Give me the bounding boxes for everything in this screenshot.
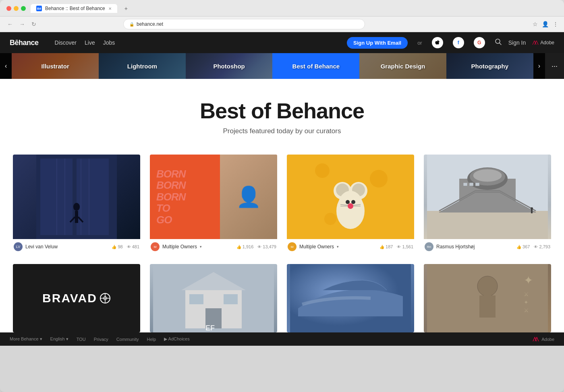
address-bar[interactable]: 🔒 behance.net	[123, 19, 365, 29]
footer-tou[interactable]: TOU	[77, 337, 86, 342]
category-more-button[interactable]: ···	[545, 53, 564, 79]
grid-row-1: LV Levi van Veluw 👍 98 👁 481	[13, 155, 551, 254]
category-photoshop[interactable]: Photoshop	[186, 53, 273, 79]
footer-english[interactable]: English ▾	[50, 336, 68, 342]
signin-link[interactable]: Sign In	[508, 39, 526, 46]
footer-adobe-label: Adobe	[541, 337, 554, 342]
svg-text:⚔: ⚔	[524, 307, 529, 314]
refresh-button[interactable]: ↻	[30, 19, 38, 29]
menu-button[interactable]: ⋮	[553, 21, 558, 27]
project-card-1[interactable]: LV Levi van Veluw 👍 98 👁 481	[13, 155, 140, 254]
like-icon-2: 👍	[236, 245, 241, 249]
author-avatar-3: M	[288, 242, 297, 251]
nav-live[interactable]: Live	[85, 39, 95, 46]
category-best-of-behance[interactable]: Best of Behance	[272, 53, 359, 79]
nav-or: or	[417, 40, 422, 46]
multiple-owners-dropdown-2[interactable]: ▾	[200, 245, 202, 249]
tab-favicon: Bē	[36, 6, 42, 11]
project-card-5[interactable]: BRAVAD	[13, 264, 140, 332]
bookmark-button[interactable]: ☆	[533, 21, 538, 27]
author-avatar-2: M	[151, 242, 160, 251]
footer-help[interactable]: Help	[147, 337, 156, 342]
browser-navbar: ← → ↻ 🔒 behance.net ☆ 👤 ⋮	[0, 17, 564, 32]
forward-button[interactable]: →	[18, 19, 27, 29]
views-stat-3: 👁 1,561	[397, 244, 413, 249]
footer-community[interactable]: Community	[116, 337, 139, 342]
svg-point-36	[473, 169, 502, 182]
close-dot[interactable]	[6, 6, 11, 11]
card-stats-4: 👍 367 👁 2,793	[516, 244, 550, 249]
window-controls	[6, 6, 26, 11]
category-lightroom[interactable]: Lightroom	[99, 53, 186, 79]
svg-rect-37	[463, 183, 467, 186]
likes-count-2: 1,916	[243, 244, 254, 249]
footer-adchoices[interactable]: ▶ AdChoices	[164, 336, 190, 342]
likes-count-1: 98	[118, 244, 122, 249]
svg-rect-56	[479, 295, 496, 318]
browser-titlebar: Bē Behance :: Best of Behance ✕ +	[0, 0, 564, 17]
nav-right: Sign In Adobe	[495, 38, 554, 47]
category-next-button[interactable]: ›	[533, 53, 545, 79]
likes-stat-3: 👍 187	[379, 244, 393, 249]
card-stats-1: 👍 98 👁 481	[112, 244, 139, 249]
signup-button[interactable]: Sign Up With Email	[347, 37, 408, 49]
card-stats-2: 👍 1,916 👁 13,479	[236, 244, 276, 249]
project-image-7	[287, 264, 414, 332]
app-container: Bēhance Discover Live Jobs Sign Up With …	[0, 32, 564, 346]
footer-privacy[interactable]: Privacy	[94, 337, 108, 342]
project-card-8[interactable]: ✦ ⚔ ✦ ⚔	[424, 264, 551, 332]
nav-jobs[interactable]: Jobs	[103, 39, 115, 46]
minimize-dot[interactable]	[14, 6, 19, 11]
svg-rect-5	[64, 159, 65, 235]
card-author-4: RH Rasmus Hjortshøj	[425, 242, 475, 251]
google-signin-button[interactable]: G	[474, 37, 485, 48]
project-image-2: BORN BORN BORN TO GO 👤	[150, 155, 277, 239]
facebook-signin-button[interactable]: f	[453, 37, 464, 48]
multiple-owners-dropdown-3[interactable]: ▾	[337, 245, 339, 249]
card-info-2: M Multiple Owners ▾ 👍 1,916 👁 13,47	[150, 239, 277, 254]
author-name-1: Levi van Veluw	[25, 244, 58, 250]
tab-close-button[interactable]: ✕	[108, 6, 112, 11]
category-illustrator[interactable]: Illustrator	[12, 53, 99, 79]
category-graphic-design[interactable]: Graphic Design	[359, 53, 446, 79]
card-stats-3: 👍 187 👁 1,561	[379, 244, 413, 249]
project-card-4[interactable]: RH Rasmus Hjortshøj 👍 367 👁 2,793	[424, 155, 551, 254]
view-icon-2: 👁	[257, 245, 261, 249]
project-card-3[interactable]: M Multiple Owners ▾ 👍 187 👁 1,561	[287, 155, 414, 254]
category-label: Graphic Design	[381, 63, 425, 70]
project-card-2[interactable]: BORN BORN BORN TO GO 👤 M Mu	[150, 155, 277, 254]
views-stat-2: 👁 13,479	[257, 244, 276, 249]
views-count-1: 481	[132, 244, 139, 249]
project-card-6[interactable]: EF	[150, 264, 277, 332]
svg-point-23	[346, 200, 350, 204]
projects-grid: LV Levi van Veluw 👍 98 👁 481	[0, 148, 564, 264]
footer-adobe: Adobe	[533, 337, 554, 342]
svg-rect-40	[531, 209, 533, 213]
view-icon-4: 👁	[534, 245, 538, 249]
svg-text:✦: ✦	[524, 299, 529, 305]
project-image-5: BRAVAD	[13, 264, 140, 332]
project-image-3	[287, 155, 414, 239]
back-button[interactable]: ←	[6, 19, 15, 29]
footer-more-behance[interactable]: More Behance ▾	[10, 336, 42, 342]
view-icon: 👁	[127, 245, 131, 249]
nav-discover[interactable]: Discover	[55, 39, 77, 46]
like-icon-3: 👍	[379, 245, 384, 249]
maximize-dot[interactable]	[21, 6, 26, 11]
apple-signin-button[interactable]	[432, 37, 443, 48]
author-name-3: Multiple Owners	[299, 244, 334, 250]
category-items: Illustrator Lightroom Photoshop Best of …	[12, 53, 533, 79]
search-button[interactable]	[495, 38, 502, 47]
profile-button[interactable]: 👤	[542, 21, 549, 27]
project-image-6: EF	[150, 264, 277, 332]
likes-stat-4: 👍 367	[516, 244, 530, 249]
category-label: Photography	[471, 63, 509, 70]
likes-stat-1: 👍 98	[112, 244, 122, 249]
category-photography[interactable]: Photography	[446, 53, 533, 79]
project-card-7[interactable]	[287, 264, 414, 332]
browser-tab[interactable]: Bē Behance :: Best of Behance ✕	[31, 4, 117, 13]
category-prev-button[interactable]: ‹	[0, 53, 12, 79]
project-image-8: ✦ ⚔ ✦ ⚔	[424, 264, 551, 332]
card-author-1: LV Levi van Veluw	[14, 242, 58, 251]
new-tab-button[interactable]: +	[122, 4, 130, 12]
